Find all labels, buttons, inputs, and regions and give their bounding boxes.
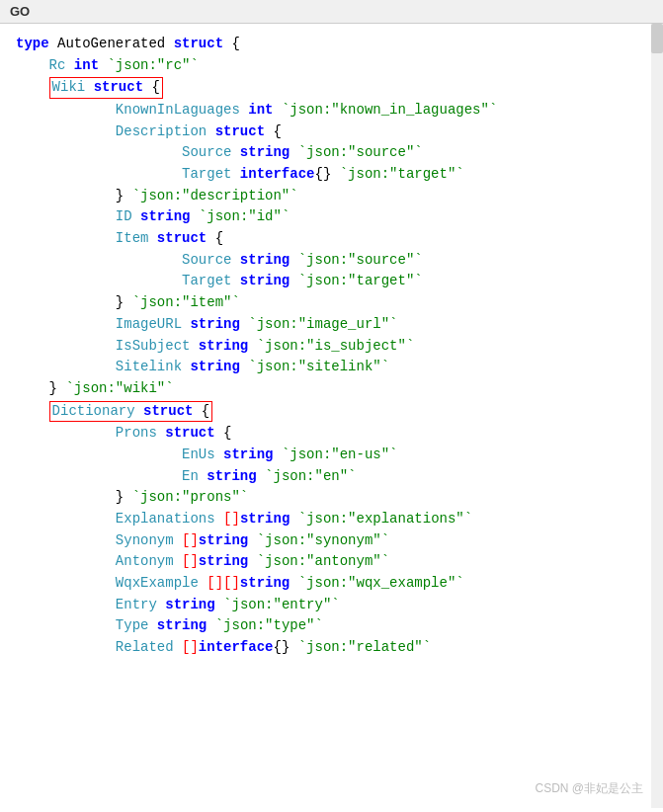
- code-container: type AutoGenerated struct { Rc int `json…: [0, 24, 663, 808]
- scrollbar-thumb[interactable]: [651, 24, 663, 53]
- code-line: Source string `json:"source"`: [16, 142, 647, 164]
- code-line: WqxExample [][]string `json:"wqx_example…: [16, 573, 647, 595]
- code-line: EnUs string `json:"en-us"`: [16, 445, 647, 466]
- code-line: En string `json:"en"`: [16, 466, 647, 488]
- code-line-wiki: Wiki struct {: [16, 76, 647, 100]
- code-line-dictionary: Dictionary struct {: [16, 400, 647, 424]
- code-line: Target string `json:"target"`: [16, 271, 647, 292]
- code-line: Synonym []string `json:"synonym"`: [16, 530, 647, 552]
- code-line: ImageURL string `json:"image_url"`: [16, 314, 647, 336]
- code-line: Sitelink string `json:"sitelink"`: [16, 357, 647, 378]
- code-line: Entry string `json:"entry"`: [16, 595, 647, 616]
- title-bar: GO: [0, 0, 663, 24]
- code-line: } `json:"description"`: [16, 186, 647, 207]
- code-line: ID string `json:"id"`: [16, 206, 647, 228]
- code-line: IsSubject string `json:"is_subject"`: [16, 336, 647, 358]
- code-block: type AutoGenerated struct { Rc int `json…: [16, 34, 647, 659]
- code-line: Related []interface{} `json:"related"`: [16, 637, 647, 659]
- code-line: Item struct {: [16, 228, 647, 250]
- code-line: } `json:"item"`: [16, 292, 647, 314]
- code-line: type AutoGenerated struct {: [16, 34, 647, 55]
- code-line: KnownInLaguages int `json:"known_in_lagu…: [16, 100, 647, 122]
- code-line: Type string `json:"type"`: [16, 615, 647, 637]
- code-line: Target interface{} `json:"target"`: [16, 164, 647, 186]
- code-line: Prons struct {: [16, 423, 647, 445]
- code-line: Source string `json:"source"`: [16, 250, 647, 272]
- scrollbar[interactable]: [651, 24, 663, 808]
- code-line: Explanations []string `json:"explanation…: [16, 509, 647, 530]
- code-line: } `json:"prons"`: [16, 487, 647, 509]
- code-line: } `json:"wiki"`: [16, 378, 647, 400]
- code-line: Rc int `json:"rc"`: [16, 55, 647, 77]
- code-line: Description struct {: [16, 122, 647, 143]
- title-text: GO: [10, 4, 30, 19]
- watermark: CSDN @非妃是公主: [535, 779, 643, 798]
- code-line: Antonym []string `json:"antonym"`: [16, 551, 647, 573]
